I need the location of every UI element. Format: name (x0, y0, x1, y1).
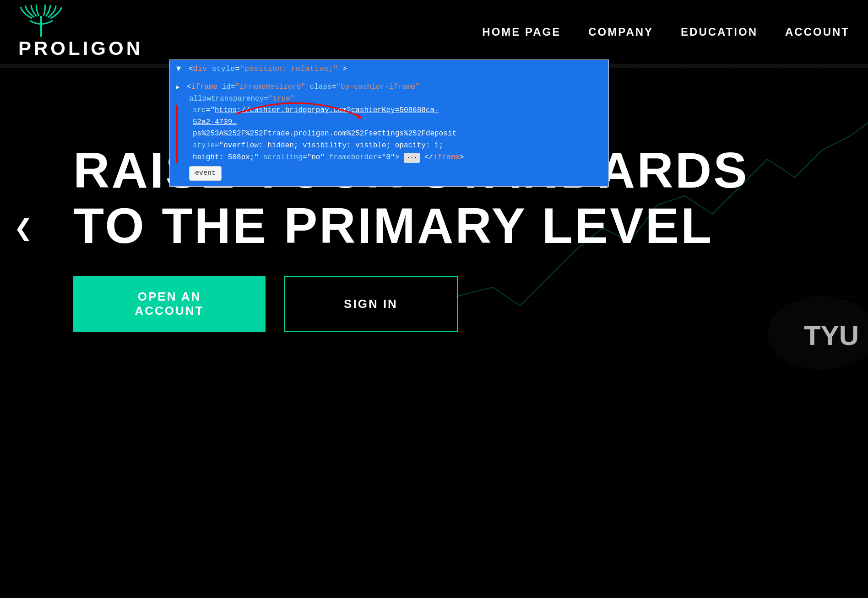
sign-in-button[interactable]: SIGN IN (284, 276, 458, 332)
main-nav: HOME PAGE COMPANY EDUCATION ACCOUNT (482, 26, 850, 38)
open-account-button[interactable]: OPEN AN ACCOUNT (73, 276, 266, 332)
devtools-line-iframe: ▶ <iframe id="iFrameResizer0" class="bp-… (176, 81, 602, 93)
devtools-body: ▶ <iframe id="iFrameResizer0" class="bp-… (170, 78, 608, 186)
logo-area: PROLIGON (18, 5, 143, 59)
devtools-line-style: style="overflow: hidden; visibility: vis… (180, 140, 602, 152)
nav-account[interactable]: ACCOUNT (785, 26, 850, 38)
devtools-event-badge[interactable]: event (189, 166, 222, 181)
devtools-outer-tag: <div style="position: relative;" > (188, 65, 347, 73)
devtools-src-container: src="https://cashier.bridgerpay.com?cash… (176, 105, 602, 163)
nav-education[interactable]: EDUCATION (681, 26, 758, 38)
red-curved-arrow (231, 100, 369, 128)
devtools-header-row: ▼ <div style="position: relative;" > (170, 60, 608, 78)
devtools-line-src2: 52a2-4739… (180, 117, 602, 129)
hero-prev-arrow[interactable]: ❮ (14, 215, 33, 241)
devtools-line-src3: ps%253A%252F%252Ftrade.proligon.com%252F… (180, 128, 602, 140)
nav-home[interactable]: HOME PAGE (482, 26, 561, 38)
devtools-line-height: height: 508px;" scrolling="no" framebord… (180, 152, 602, 164)
nav-company[interactable]: COMPANY (588, 26, 653, 38)
header: PROLIGON HOME PAGE COMPANY EDUCATION ACC… (0, 0, 868, 64)
logo-text: PROLIGON (18, 38, 143, 59)
devtools-panel: ▼ <div style="position: relative;" > ▶ <… (169, 59, 609, 187)
hero-buttons: OPEN AN ACCOUNT SIGN IN (73, 276, 795, 332)
devtools-arrow: ▼ (176, 65, 181, 73)
hero-partial-text: TYU (804, 320, 859, 351)
red-vertical-bar (176, 105, 178, 163)
devtools-ellipsis-btn[interactable]: ··· (404, 153, 420, 163)
proligon-logo-icon (18, 5, 119, 41)
